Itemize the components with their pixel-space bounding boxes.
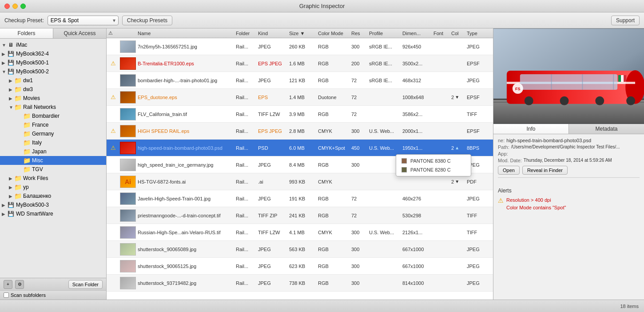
col-header-kind[interactable]: Kind <box>258 31 289 36</box>
preset-value: EPS & Spot <box>51 17 79 24</box>
table-row[interactable]: ⚠ HIGH SPEED RAIL.eps Rail... EPS JPEG 2… <box>107 123 493 140</box>
scan-subfolders-checkbox[interactable] <box>4 292 9 298</box>
sidebar-item-tgv[interactable]: 📁 TGV <box>0 165 106 174</box>
col-header-size[interactable]: Size ▼ <box>289 31 318 36</box>
file-folder: Rail... <box>236 145 258 151</box>
sidebar-icon-2[interactable]: ⚙ <box>15 280 24 289</box>
table-row[interactable]: ⚠ EPS_duotone.eps Rail... EPS 1.4 MB Duo… <box>107 89 493 106</box>
table-row[interactable]: 7n26my5h-1365657251.jpg Rail... JPEG 260… <box>107 38 493 55</box>
table-row[interactable]: FLV_California_train.tif Rail... TIFF LZ… <box>107 106 493 123</box>
reveal-in-finder-button[interactable]: Reveal in Finder <box>522 166 568 175</box>
col-expand-icon[interactable]: ▼ <box>455 95 459 100</box>
col-header-col[interactable]: Col <box>451 31 467 36</box>
col-expand-icon[interactable]: ▲ <box>455 145 459 150</box>
sidebar-item-label: dw3 <box>23 86 33 92</box>
table-row[interactable]: ⚠ B-Trenitalia-ETR1000.eps Rail... EPS J… <box>107 55 493 72</box>
table-row-selected[interactable]: ⚠ high-speed-train-bombard-photo03.psd R… <box>107 140 493 156</box>
col-header-folder[interactable]: Folder <box>236 31 258 36</box>
close-button[interactable] <box>4 4 10 9</box>
folder-icon: 📁 <box>23 139 30 146</box>
dropdown-item-pantone8280[interactable]: PANTONE 8280 C <box>396 165 471 174</box>
file-type: TIFF <box>467 112 491 117</box>
file-folder: Rail... <box>236 44 258 49</box>
col-header-name[interactable]: Name <box>138 31 236 36</box>
dropdown-item-pantone8380[interactable]: PANTONE 8380 C <box>396 156 471 165</box>
sidebar-item-label: France <box>32 122 48 128</box>
sidebar-item-yp[interactable]: ▶ 📁 yp <box>0 183 106 192</box>
table-row[interactable]: shutterstock_90065125.jpg Rail... JPEG 6… <box>107 258 493 275</box>
checkup-presets-button[interactable]: Checkup Presets <box>122 16 172 25</box>
file-folder: Rail... <box>236 230 258 235</box>
tree-arrow-icon: ▶ <box>9 194 14 199</box>
file-folder: Rail... <box>236 128 258 134</box>
file-folder: Rail... <box>236 179 258 184</box>
file-kind: EPS JPEG <box>258 61 289 66</box>
sidebar-item-railnetworks[interactable]: ▼ 📁 Rail Networks <box>0 103 106 112</box>
info-row-moddate: Mod. Date: Thursday, December 18, 2014 a… <box>498 158 640 163</box>
file-folder: Rail... <box>236 264 258 269</box>
table-row[interactable]: priestmanngoode-...-d-train-concept.tif … <box>107 207 493 224</box>
tab-info[interactable]: Info <box>493 124 569 134</box>
tab-metadata[interactable]: Metadata <box>569 124 644 134</box>
sidebar-item-label: iMac <box>16 42 27 48</box>
file-name: 7n26my5h-1365657251.jpg <box>138 44 236 49</box>
file-size: 4.1 MB <box>289 230 318 235</box>
minimize-button[interactable] <box>12 4 18 9</box>
sidebar-item-mybook500-2[interactable]: ▼ 💾 MyBook500-2 <box>0 67 106 76</box>
file-profile: sRGB IE... <box>369 78 402 83</box>
tab-folders[interactable]: Folders <box>0 28 53 38</box>
file-size: 993 KB <box>289 179 318 184</box>
table-row[interactable]: Javelin-High-Speed-Train-001.jpg Rail...… <box>107 190 493 207</box>
tree-arrow-icon: ▶ <box>9 96 14 101</box>
support-button[interactable]: Support <box>611 16 640 25</box>
col-header-profile[interactable]: Profile <box>369 31 402 36</box>
sidebar-icon-1[interactable]: + <box>4 280 12 289</box>
sidebar-item-imac[interactable]: ▼ 🖥 iMac <box>0 40 106 49</box>
maximize-button[interactable] <box>20 4 26 9</box>
sidebar-item-balashenko[interactable]: ▶ 📁 Балашенко <box>0 192 106 200</box>
col-header-colormode[interactable]: Color Mode <box>318 31 351 36</box>
scan-subfolders-label[interactable]: Scan subfolders <box>4 292 103 298</box>
preset-label: Checkup Preset: <box>4 17 44 24</box>
sidebar-item-mybook500-3[interactable]: ▶ 💾 MyBook500-3 <box>0 200 106 209</box>
statusbar: 18 items <box>0 300 644 312</box>
file-res: 300 <box>351 128 369 134</box>
sidebar-item-movies[interactable]: ▶ 📁 Movies <box>0 94 106 103</box>
file-colormode: RGB <box>318 162 351 168</box>
sidebar-item-france[interactable]: 📁 France <box>0 120 106 129</box>
preset-select[interactable]: EPS & Spot ▾ <box>48 16 119 25</box>
col-header-dimen[interactable]: Dimen... <box>402 31 433 36</box>
tab-quick-access[interactable]: Quick Access <box>53 28 106 38</box>
table-row[interactable]: shutterstock_93719482.jpg Rail... JPEG 7… <box>107 275 493 292</box>
file-colormode: CMYK+Spot <box>318 145 351 151</box>
sidebar-item-misc[interactable]: 📁 Misc <box>0 156 106 165</box>
sidebar-item-bombardier[interactable]: 📁 Bombardier <box>0 112 106 120</box>
sidebar-item-wdsmartware[interactable]: ▶ 💾 WD SmartWare <box>0 209 106 218</box>
sidebar-item-dw3[interactable]: ▶ 📁 dw3 <box>0 85 106 94</box>
info-value-path: /Users/me/Development/Graphic Inspector … <box>511 144 620 150</box>
table-row[interactable]: shutterstock_90065089.jpg Rail... JPEG 5… <box>107 241 493 258</box>
sidebar-item-germany[interactable]: 📁 Germany <box>0 129 106 138</box>
file-type: PDF <box>467 179 491 184</box>
table-row[interactable]: Russian-High-Spe...ain-Velaro-RUS.tif Ra… <box>107 224 493 241</box>
sidebar-item-dw1[interactable]: ▶ 📁 dw1 <box>0 76 106 85</box>
sidebar-item-workfiles[interactable]: ▶ 📁 Work Files <box>0 174 106 183</box>
table-row[interactable]: bombardier-high-...-train-photo01.jpg Ra… <box>107 72 493 89</box>
file-type: JPEG <box>467 44 491 49</box>
col-expand-icon[interactable]: ▼ <box>455 179 459 184</box>
svg-point-12 <box>560 96 569 105</box>
file-thumbnail <box>120 209 136 222</box>
file-res: 72 <box>351 196 369 201</box>
col-header-type[interactable]: Type <box>467 31 491 36</box>
sidebar-item-mybook500-1[interactable]: ▶ 💾 MyBook500-1 <box>0 58 106 67</box>
sidebar-item-mybook362[interactable]: ▶ 💾 MyBook362-4 <box>0 49 106 58</box>
col-header-font[interactable]: Font <box>433 31 451 36</box>
sidebar-item-japan[interactable]: 📁 Japan <box>0 147 106 156</box>
open-button[interactable]: Open <box>498 166 520 175</box>
scan-folder-button[interactable]: Scan Folder <box>68 280 103 289</box>
tree-arrow-icon: ▶ <box>9 78 14 83</box>
file-kind: JPEG <box>258 280 289 286</box>
tree-arrow-icon: ▶ <box>2 60 7 65</box>
col-header-res[interactable]: Res <box>351 31 369 36</box>
sidebar-item-italy[interactable]: 📁 Italy <box>0 138 106 147</box>
